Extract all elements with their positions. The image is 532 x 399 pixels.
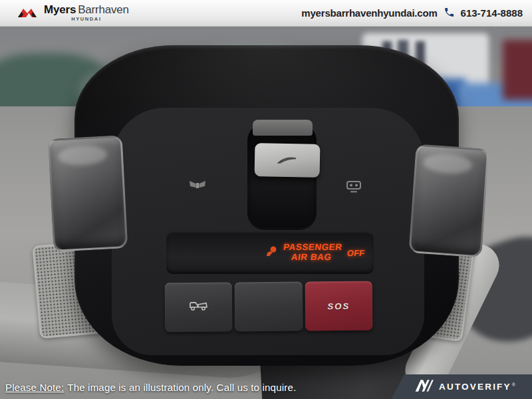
dealer-logo[interactable]: MyersBarrhaven HYUNDAI [17, 4, 129, 22]
airbag-indicator-panel: PASSENGER AIR BAG OFF [166, 231, 374, 274]
logo-name: Myers [44, 3, 76, 16]
dealer-logo-text: MyersBarrhaven HYUNDAI [44, 4, 129, 22]
console-button-row: SOS [165, 281, 373, 332]
roadside-assist-icon [189, 300, 209, 315]
dealer-header: MyersBarrhaven HYUNDAI myersbarrhavenhyu… [0, 0, 532, 27]
airbag-indicator-text: PASSENGER AIR BAG [281, 243, 342, 262]
autoverify-logo-icon [414, 378, 434, 396]
website-link[interactable]: myersbarrhavenhyundai.com [301, 7, 437, 19]
airbag-off-indicator: OFF [346, 248, 365, 258]
blank-console-button [235, 282, 303, 332]
airbag-warning-icon [265, 245, 278, 260]
sunroof-slot-ledge [253, 120, 313, 136]
phone-icon [444, 7, 455, 20]
roadside-assist-button [165, 282, 233, 332]
vehicle-photo[interactable]: PASSENGER AIR BAG OFF SOS [0, 27, 532, 399]
logo-brand: HYUNDAI [44, 17, 129, 22]
reading-light-right-icon [344, 180, 363, 197]
reading-light-left-icon [188, 178, 207, 194]
map-light-lens-right [408, 144, 489, 257]
phone-number[interactable]: 613-714-8888 [461, 7, 523, 19]
badge-divider [523, 380, 526, 394]
disclaimer-note: Please Note:The image is an illustration… [5, 382, 296, 393]
sos-button: SOS [305, 281, 372, 331]
logo-suffix: Barrhaven [78, 3, 129, 16]
disclaimer-prefix: Please Note: [5, 382, 64, 393]
dealer-contact: myersbarrhavenhyundai.com 613-714-8888 [301, 7, 523, 20]
map-light-lens-left [48, 135, 128, 252]
autoverify-badge[interactable]: AUTOVERIFY® [391, 374, 532, 399]
myers-chevron-logo-icon [17, 4, 40, 21]
autoverify-label: AUTOVERIFY® [439, 382, 517, 392]
sunroof-slider-icon [255, 143, 321, 178]
listing-image: MyersBarrhaven HYUNDAI myersbarrhavenhyu… [0, 0, 532, 399]
disclaimer-text: The image is an illustration only. Call … [67, 382, 296, 393]
